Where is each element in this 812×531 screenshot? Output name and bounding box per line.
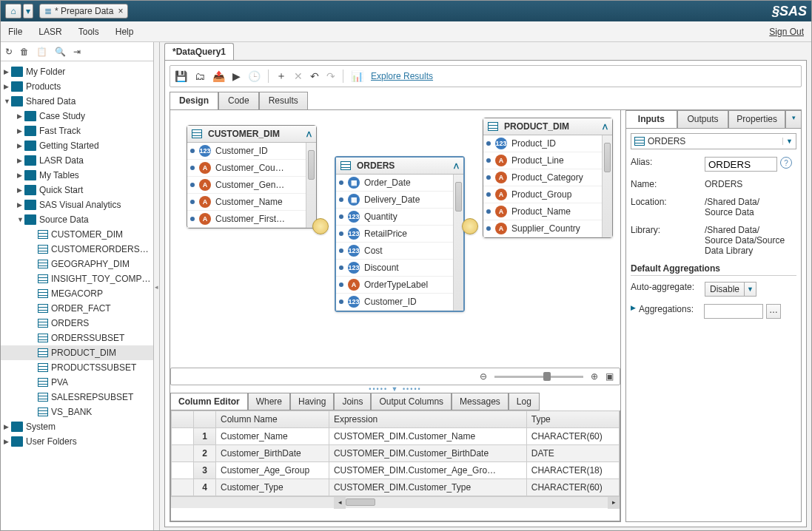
tab-where[interactable]: Where bbox=[248, 393, 290, 410]
tree-item-fast-track[interactable]: ▶Fast Track bbox=[1, 124, 153, 138]
autoagg-combo[interactable]: Disable▼ bbox=[705, 282, 756, 297]
tab-log[interactable]: Log bbox=[509, 393, 540, 410]
tree-item-order-fact[interactable]: ORDER_FACT bbox=[1, 301, 153, 316]
close-icon[interactable]: × bbox=[118, 6, 123, 16]
tree-item-quick-start[interactable]: ▶Quick Start bbox=[1, 183, 153, 197]
tree-item-getting-started[interactable]: ▶Getting Started bbox=[1, 138, 153, 153]
field-product-category[interactable]: AProduct_Category bbox=[483, 169, 602, 186]
join-orders-product[interactable] bbox=[462, 218, 478, 234]
export-icon[interactable]: 📤 bbox=[212, 70, 225, 82]
field-ordertypelabel[interactable]: AOrderTypeLabel bbox=[336, 277, 453, 294]
tree-item-product-dim[interactable]: PRODUCT_DIM bbox=[1, 345, 153, 360]
run-icon[interactable]: ▶ bbox=[232, 70, 241, 82]
import-icon[interactable]: ⇥ bbox=[73, 47, 81, 57]
explore-results-link[interactable]: Explore Results bbox=[371, 71, 433, 81]
horizontal-scrollbar[interactable]: ◂▸ bbox=[171, 496, 620, 508]
tree-item-system[interactable]: ▶System bbox=[1, 419, 153, 434]
tab-results[interactable]: Results bbox=[259, 92, 308, 109]
tab-outputs[interactable]: Outputs bbox=[677, 110, 729, 128]
home-button[interactable]: ⌂ bbox=[5, 4, 21, 18]
tree-view[interactable]: ▶My Folder▶Products▼Shared Data▶Case Stu… bbox=[1, 61, 153, 531]
props-menu-button[interactable]: ▾ bbox=[785, 110, 802, 128]
menu-file[interactable]: File bbox=[8, 27, 22, 37]
delete-icon[interactable]: 🗑 bbox=[20, 47, 29, 57]
undo-icon[interactable]: ↶ bbox=[310, 70, 319, 82]
field-cost[interactable]: 123Cost bbox=[336, 243, 453, 260]
document-tab[interactable]: *DataQuery1 bbox=[164, 43, 234, 60]
tree-item-user-folders[interactable]: ▶User Folders bbox=[1, 434, 153, 449]
tree-item-lasr-data[interactable]: ▶LASR Data bbox=[1, 153, 153, 168]
tab-column-editor[interactable]: Column Editor bbox=[170, 393, 248, 410]
vertical-scrollbar[interactable] bbox=[602, 135, 612, 237]
tab-properties[interactable]: Properties bbox=[728, 110, 785, 128]
field-discount[interactable]: 123Discount bbox=[336, 260, 453, 277]
field-quantity[interactable]: 123Quantity bbox=[336, 209, 453, 226]
collapse-icon[interactable]: ᐱ bbox=[454, 162, 459, 170]
redo-icon[interactable]: ↷ bbox=[326, 70, 335, 82]
entity-product-dim[interactable]: PRODUCT_DIMᐱ123Product_IDAProduct_LineAP… bbox=[483, 118, 613, 238]
aggregations-input[interactable] bbox=[704, 304, 763, 319]
saveas-icon[interactable]: 🗂 bbox=[195, 70, 205, 82]
tree-item-vs-bank[interactable]: VS_BANK bbox=[1, 405, 153, 419]
more-button[interactable]: … bbox=[766, 304, 781, 319]
field-customer-id[interactable]: 123Customer_ID bbox=[187, 143, 306, 160]
field-product-name[interactable]: AProduct_Name bbox=[483, 203, 602, 220]
field-order-date[interactable]: ▦Order_Date bbox=[336, 175, 453, 192]
table-row[interactable]: 1Customer_NameCUSTOMER_DIM.Customer_Name… bbox=[172, 428, 620, 445]
field-customer-gen-[interactable]: ACustomer_Gen… bbox=[187, 177, 306, 194]
zoom-out-icon[interactable]: ⊖ bbox=[480, 371, 487, 382]
field-customer-cou-[interactable]: ACustomer_Cou… bbox=[187, 160, 306, 177]
paste-icon[interactable]: 📋 bbox=[36, 47, 47, 57]
tree-item-insight-toy-comp-[interactable]: INSIGHT_TOY_COMP… bbox=[1, 271, 153, 286]
help-icon[interactable]: ? bbox=[780, 157, 792, 169]
tree-item-my-tables[interactable]: ▶My Tables bbox=[1, 168, 153, 183]
tree-item-pva[interactable]: PVA bbox=[1, 375, 153, 390]
splitter-horizontal[interactable]: ••••• ▼ ••••• bbox=[170, 385, 620, 393]
tab-messages[interactable]: Messages bbox=[452, 393, 509, 410]
field-customer-first-[interactable]: ACustomer_First… bbox=[187, 211, 306, 228]
collapse-icon[interactable]: ᐱ bbox=[306, 130, 312, 138]
entity-orders[interactable]: ORDERSᐱ▦Order_Date▦Delivery_Date123Quant… bbox=[335, 156, 465, 312]
tab-having[interactable]: Having bbox=[290, 393, 334, 410]
field-delivery-date[interactable]: ▦Delivery_Date bbox=[336, 192, 453, 209]
home-dropdown[interactable]: ▾ bbox=[23, 4, 33, 18]
table-row[interactable]: 4Customer_TypeCUSTOMER_DIM.Customer_Type… bbox=[172, 479, 620, 496]
field-customer-id[interactable]: 123Customer_ID bbox=[336, 294, 453, 311]
field-product-id[interactable]: 123Product_ID bbox=[483, 135, 602, 152]
join-cust-orders[interactable] bbox=[312, 218, 329, 234]
entity-customer-dim[interactable]: CUSTOMER_DIMᐱ123Customer_IDACustomer_Cou… bbox=[187, 125, 317, 229]
splitter-vertical[interactable]: ◂ bbox=[154, 42, 160, 531]
sign-out-link[interactable]: Sign Out bbox=[769, 27, 804, 37]
field-supplier-country[interactable]: ASupplier_Country bbox=[483, 220, 602, 237]
field-product-group[interactable]: AProduct_Group bbox=[483, 186, 602, 203]
remove-icon[interactable]: ✕ bbox=[294, 70, 303, 82]
tree-item-shared-data[interactable]: ▼Shared Data bbox=[1, 94, 153, 109]
menu-tools[interactable]: Tools bbox=[78, 27, 99, 37]
search-icon[interactable]: 🔍 bbox=[55, 47, 66, 57]
collapse-icon[interactable]: ᐱ bbox=[603, 123, 608, 131]
vertical-scrollbar[interactable] bbox=[453, 175, 463, 311]
diagram-canvas[interactable]: CUSTOMER_DIMᐱ123Customer_IDACustomer_Cou… bbox=[170, 110, 620, 365]
tree-item-case-study[interactable]: ▶Case Study bbox=[1, 109, 153, 124]
field-retailprice[interactable]: 123RetailPrice bbox=[336, 226, 453, 243]
tab-inputs[interactable]: Inputs bbox=[625, 110, 677, 128]
table-row[interactable]: 2Customer_BirthDateCUSTOMER_DIM.Customer… bbox=[172, 445, 620, 462]
preview-icon[interactable]: 📊 bbox=[351, 70, 363, 82]
tab-code[interactable]: Code bbox=[218, 92, 259, 109]
zoom-in-icon[interactable]: ⊕ bbox=[591, 371, 598, 382]
table-selector[interactable]: ORDERS ▼ bbox=[631, 133, 796, 149]
tab-joins[interactable]: Joins bbox=[334, 393, 371, 410]
tree-item-customerorders-[interactable]: CUSTOMERORDERS… bbox=[1, 242, 153, 257]
tree-item-customer-dim[interactable]: CUSTOMER_DIM bbox=[1, 227, 153, 242]
expand-icon[interactable]: ▶ bbox=[631, 304, 636, 319]
tab-output-columns[interactable]: Output Columns bbox=[371, 393, 452, 410]
alias-input[interactable] bbox=[705, 157, 777, 172]
tree-item-products[interactable]: ▶Products bbox=[1, 79, 153, 94]
zoom-fit-icon[interactable]: ▣ bbox=[605, 371, 614, 382]
field-customer-name[interactable]: ACustomer_Name bbox=[187, 194, 306, 211]
refresh-icon[interactable]: ↻ bbox=[5, 47, 13, 57]
tree-item-productssubset[interactable]: PRODUCTSSUBSET bbox=[1, 360, 153, 375]
table-row[interactable]: 3Customer_Age_GroupCUSTOMER_DIM.Customer… bbox=[172, 462, 620, 479]
menu-lasr[interactable]: LASR bbox=[38, 27, 61, 37]
tab-design[interactable]: Design bbox=[170, 92, 218, 109]
